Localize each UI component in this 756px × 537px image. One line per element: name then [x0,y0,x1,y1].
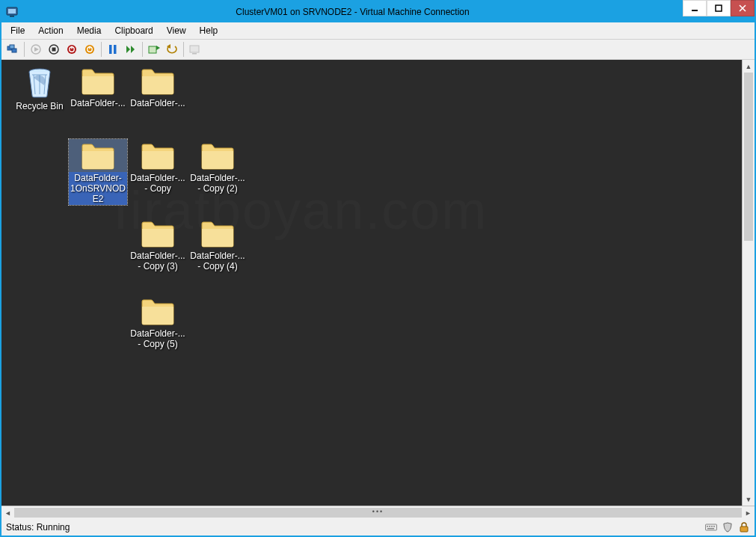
menu-media[interactable]: Media [71,24,108,37]
window-title: ClusterVM01 on SRVNODE2 - Virtual Machin… [22,7,683,17]
svg-rect-31 [707,526,708,527]
reset-button[interactable] [123,41,139,58]
folder-icon [129,218,187,248]
scroll-thumb[interactable] [744,73,753,241]
lock-status-icon [738,521,750,533]
svg-rect-16 [71,46,72,49]
svg-marker-25 [156,46,160,50]
icon-label: DataFolder-... [69,97,127,109]
svg-rect-32 [709,526,710,527]
keyboard-status-icon [705,521,717,533]
svg-rect-36 [740,527,748,532]
toolbar-separator [101,42,102,57]
folder-icon [129,66,187,96]
icon-label: DataFolder-... [129,97,187,109]
start-button[interactable] [28,41,44,58]
toolbar-separator [24,42,25,57]
folder-icon [129,296,187,326]
ctrl-alt-del-button[interactable] [4,41,21,58]
svg-rect-33 [711,526,713,527]
checkpoint-button[interactable] [146,41,162,58]
svg-rect-28 [192,53,197,55]
icon-label: DataFolder-1OnSRVNODE2 [69,172,127,205]
svg-rect-35 [707,528,714,530]
svg-rect-2 [10,16,14,17]
horizontal-scrollbar[interactable]: ◄ ••• ► [1,506,755,519]
guest-area: firatboyan.com Recycle BinDataFolder-...… [1,60,755,519]
desktop-folder[interactable]: DataFolder-... [69,64,127,109]
desktop-folder[interactable]: DataFolder-... [129,64,187,109]
folder-icon [69,66,127,96]
shutdown-button[interactable] [64,41,80,58]
window-controls [683,1,755,22]
folder-icon [188,141,247,171]
icon-label: DataFolder-... - Copy [129,172,187,194]
svg-rect-1 [8,9,16,13]
app-icon [6,6,18,18]
icon-label: Recycle Bin [10,100,69,112]
statusbar: Status: Running [1,519,755,536]
svg-rect-8 [12,49,16,52]
menu-file[interactable]: File [4,24,31,37]
save-button[interactable] [82,41,98,58]
desktop-folder[interactable]: DataFolder-... - Copy (2) [188,139,247,194]
icon-label: DataFolder-... - Copy (3) [129,250,187,272]
guest-scroll-viewport: firatboyan.com Recycle BinDataFolder-...… [1,60,755,506]
svg-rect-24 [149,46,156,53]
maximize-button[interactable] [707,0,731,16]
svg-rect-19 [89,46,90,49]
scroll-right-arrow-icon[interactable]: ► [742,506,755,519]
security-status-icon [722,521,734,533]
folder-icon [129,141,187,171]
scroll-grip-icon: ••• [367,508,390,515]
folder-icon [69,141,127,171]
desktop-recycle-bin[interactable]: Recycle Bin [10,64,69,112]
menu-help[interactable]: Help [194,24,224,37]
menu-view[interactable]: View [161,24,192,37]
turnoff-button[interactable] [46,41,62,58]
icon-label: DataFolder-... - Copy (2) [188,172,247,194]
revert-button[interactable] [164,41,180,58]
vertical-scrollbar[interactable]: ▲ ▼ [742,60,755,506]
toolbar-separator [183,42,184,57]
svg-rect-4 [716,5,722,11]
scroll-left-arrow-icon[interactable]: ◄ [1,506,14,519]
toolbar [1,39,755,60]
desktop-folder[interactable]: DataFolder-... - Copy [129,139,187,194]
close-button[interactable] [731,0,755,16]
svg-marker-11 [34,47,39,52]
scroll-track-horizontal[interactable]: ••• [14,506,742,519]
status-text: Status: Running [6,522,70,533]
vmconnect-window: ClusterVM01 on SRVNODE2 - Virtual Machin… [0,0,756,537]
desktop-folder[interactable]: DataFolder-... - Copy (5) [129,295,187,350]
guest-desktop[interactable]: firatboyan.com Recycle BinDataFolder-...… [1,60,755,506]
minimize-button[interactable] [683,0,707,16]
desktop-folder[interactable]: DataFolder-... - Copy (3) [129,217,187,272]
scroll-down-arrow-icon[interactable]: ▼ [743,493,755,506]
menu-clipboard[interactable]: Clipboard [108,24,159,37]
toolbar-separator [142,42,143,57]
svg-rect-3 [692,10,698,11]
svg-rect-21 [114,45,117,54]
svg-rect-13 [52,48,56,52]
recycle-bin-icon [10,66,69,99]
scroll-track[interactable] [743,73,755,493]
icon-label: DataFolder-... - Copy (4) [188,250,247,272]
menu-action[interactable]: Action [32,24,69,37]
desktop-folder[interactable]: DataFolder-1OnSRVNODE2 [69,139,127,205]
pause-button[interactable] [105,41,121,58]
desktop-folder[interactable]: DataFolder-... - Copy (4) [188,217,247,272]
enhanced-session-button[interactable] [187,41,203,58]
svg-marker-23 [131,46,135,53]
scroll-up-arrow-icon[interactable]: ▲ [743,60,755,73]
svg-rect-34 [713,526,715,527]
svg-rect-20 [109,45,112,54]
icon-label: DataFolder-... - Copy (5) [129,328,187,350]
folder-icon [188,218,247,248]
svg-marker-22 [126,46,130,53]
menubar: File Action Media Clipboard View Help [1,22,755,39]
svg-rect-27 [190,46,199,52]
svg-rect-30 [706,524,717,530]
titlebar[interactable]: ClusterVM01 on SRVNODE2 - Virtual Machin… [1,1,755,22]
svg-rect-9 [10,45,14,49]
